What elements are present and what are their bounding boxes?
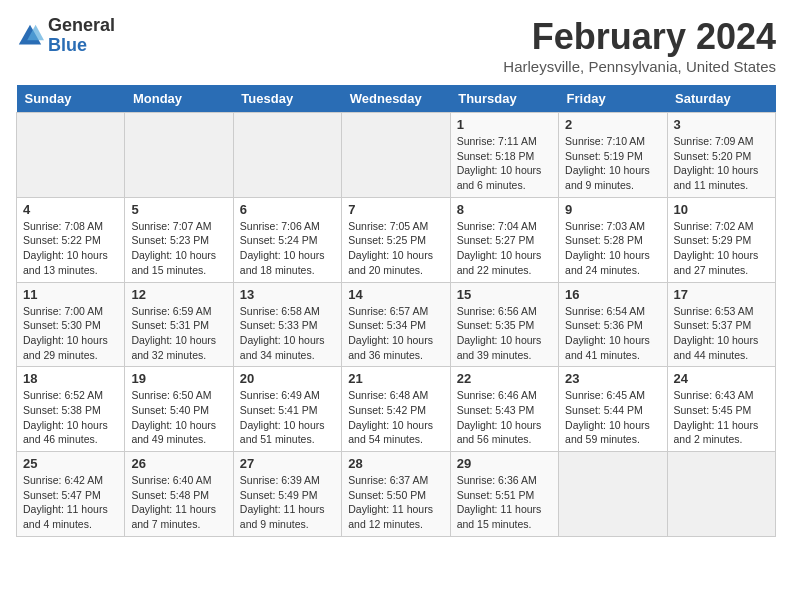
day-details: Sunrise: 6:39 AM Sunset: 5:49 PM Dayligh…	[240, 473, 335, 532]
calendar-cell: 28Sunrise: 6:37 AM Sunset: 5:50 PM Dayli…	[342, 452, 450, 537]
day-number: 9	[565, 202, 660, 217]
day-details: Sunrise: 6:36 AM Sunset: 5:51 PM Dayligh…	[457, 473, 552, 532]
page-header: General Blue February 2024 Harleysville,…	[16, 16, 776, 75]
day-number: 29	[457, 456, 552, 471]
location-text: Harleysville, Pennsylvania, United State…	[503, 58, 776, 75]
day-details: Sunrise: 6:46 AM Sunset: 5:43 PM Dayligh…	[457, 388, 552, 447]
day-number: 12	[131, 287, 226, 302]
day-number: 21	[348, 371, 443, 386]
header-cell-sunday: Sunday	[17, 85, 125, 113]
calendar-cell: 8Sunrise: 7:04 AM Sunset: 5:27 PM Daylig…	[450, 197, 558, 282]
day-number: 3	[674, 117, 769, 132]
calendar-header: SundayMondayTuesdayWednesdayThursdayFrid…	[17, 85, 776, 113]
day-details: Sunrise: 6:45 AM Sunset: 5:44 PM Dayligh…	[565, 388, 660, 447]
day-number: 17	[674, 287, 769, 302]
calendar-cell: 22Sunrise: 6:46 AM Sunset: 5:43 PM Dayli…	[450, 367, 558, 452]
day-details: Sunrise: 6:40 AM Sunset: 5:48 PM Dayligh…	[131, 473, 226, 532]
calendar-cell: 4Sunrise: 7:08 AM Sunset: 5:22 PM Daylig…	[17, 197, 125, 282]
calendar-cell: 21Sunrise: 6:48 AM Sunset: 5:42 PM Dayli…	[342, 367, 450, 452]
calendar-cell: 1Sunrise: 7:11 AM Sunset: 5:18 PM Daylig…	[450, 113, 558, 198]
day-details: Sunrise: 6:49 AM Sunset: 5:41 PM Dayligh…	[240, 388, 335, 447]
calendar-cell: 10Sunrise: 7:02 AM Sunset: 5:29 PM Dayli…	[667, 197, 775, 282]
calendar-cell: 7Sunrise: 7:05 AM Sunset: 5:25 PM Daylig…	[342, 197, 450, 282]
logo-general-text: General	[48, 16, 115, 36]
header-cell-monday: Monday	[125, 85, 233, 113]
calendar-cell: 24Sunrise: 6:43 AM Sunset: 5:45 PM Dayli…	[667, 367, 775, 452]
calendar-cell: 23Sunrise: 6:45 AM Sunset: 5:44 PM Dayli…	[559, 367, 667, 452]
day-details: Sunrise: 7:04 AM Sunset: 5:27 PM Dayligh…	[457, 219, 552, 278]
month-title: February 2024	[503, 16, 776, 58]
day-number: 4	[23, 202, 118, 217]
calendar-cell: 19Sunrise: 6:50 AM Sunset: 5:40 PM Dayli…	[125, 367, 233, 452]
calendar-cell: 9Sunrise: 7:03 AM Sunset: 5:28 PM Daylig…	[559, 197, 667, 282]
day-details: Sunrise: 6:57 AM Sunset: 5:34 PM Dayligh…	[348, 304, 443, 363]
calendar-cell: 18Sunrise: 6:52 AM Sunset: 5:38 PM Dayli…	[17, 367, 125, 452]
header-cell-saturday: Saturday	[667, 85, 775, 113]
day-number: 25	[23, 456, 118, 471]
day-number: 27	[240, 456, 335, 471]
header-cell-tuesday: Tuesday	[233, 85, 341, 113]
calendar-cell: 27Sunrise: 6:39 AM Sunset: 5:49 PM Dayli…	[233, 452, 341, 537]
calendar-cell: 2Sunrise: 7:10 AM Sunset: 5:19 PM Daylig…	[559, 113, 667, 198]
calendar-cell: 6Sunrise: 7:06 AM Sunset: 5:24 PM Daylig…	[233, 197, 341, 282]
day-number: 19	[131, 371, 226, 386]
day-number: 28	[348, 456, 443, 471]
calendar-cell	[125, 113, 233, 198]
day-details: Sunrise: 6:52 AM Sunset: 5:38 PM Dayligh…	[23, 388, 118, 447]
calendar-cell: 25Sunrise: 6:42 AM Sunset: 5:47 PM Dayli…	[17, 452, 125, 537]
calendar-body: 1Sunrise: 7:11 AM Sunset: 5:18 PM Daylig…	[17, 113, 776, 537]
calendar-week-4: 25Sunrise: 6:42 AM Sunset: 5:47 PM Dayli…	[17, 452, 776, 537]
day-details: Sunrise: 7:10 AM Sunset: 5:19 PM Dayligh…	[565, 134, 660, 193]
calendar-cell: 11Sunrise: 7:00 AM Sunset: 5:30 PM Dayli…	[17, 282, 125, 367]
day-number: 2	[565, 117, 660, 132]
day-number: 18	[23, 371, 118, 386]
calendar-cell: 3Sunrise: 7:09 AM Sunset: 5:20 PM Daylig…	[667, 113, 775, 198]
day-number: 7	[348, 202, 443, 217]
calendar-cell	[342, 113, 450, 198]
day-details: Sunrise: 7:07 AM Sunset: 5:23 PM Dayligh…	[131, 219, 226, 278]
header-row: SundayMondayTuesdayWednesdayThursdayFrid…	[17, 85, 776, 113]
calendar-cell	[17, 113, 125, 198]
day-number: 15	[457, 287, 552, 302]
calendar-week-3: 18Sunrise: 6:52 AM Sunset: 5:38 PM Dayli…	[17, 367, 776, 452]
logo-blue-text: Blue	[48, 36, 115, 56]
day-number: 23	[565, 371, 660, 386]
day-details: Sunrise: 6:42 AM Sunset: 5:47 PM Dayligh…	[23, 473, 118, 532]
calendar-cell: 29Sunrise: 6:36 AM Sunset: 5:51 PM Dayli…	[450, 452, 558, 537]
logo-icon	[16, 22, 44, 50]
calendar-cell	[233, 113, 341, 198]
header-cell-thursday: Thursday	[450, 85, 558, 113]
day-details: Sunrise: 7:05 AM Sunset: 5:25 PM Dayligh…	[348, 219, 443, 278]
day-number: 26	[131, 456, 226, 471]
calendar-cell: 17Sunrise: 6:53 AM Sunset: 5:37 PM Dayli…	[667, 282, 775, 367]
day-details: Sunrise: 6:56 AM Sunset: 5:35 PM Dayligh…	[457, 304, 552, 363]
day-number: 8	[457, 202, 552, 217]
day-number: 1	[457, 117, 552, 132]
calendar-week-2: 11Sunrise: 7:00 AM Sunset: 5:30 PM Dayli…	[17, 282, 776, 367]
day-number: 20	[240, 371, 335, 386]
day-number: 16	[565, 287, 660, 302]
calendar-cell: 13Sunrise: 6:58 AM Sunset: 5:33 PM Dayli…	[233, 282, 341, 367]
calendar-table: SundayMondayTuesdayWednesdayThursdayFrid…	[16, 85, 776, 537]
calendar-cell: 15Sunrise: 6:56 AM Sunset: 5:35 PM Dayli…	[450, 282, 558, 367]
title-block: February 2024 Harleysville, Pennsylvania…	[503, 16, 776, 75]
day-details: Sunrise: 7:02 AM Sunset: 5:29 PM Dayligh…	[674, 219, 769, 278]
day-number: 10	[674, 202, 769, 217]
day-details: Sunrise: 6:54 AM Sunset: 5:36 PM Dayligh…	[565, 304, 660, 363]
day-details: Sunrise: 6:59 AM Sunset: 5:31 PM Dayligh…	[131, 304, 226, 363]
day-number: 6	[240, 202, 335, 217]
day-details: Sunrise: 6:43 AM Sunset: 5:45 PM Dayligh…	[674, 388, 769, 447]
day-number: 14	[348, 287, 443, 302]
calendar-week-1: 4Sunrise: 7:08 AM Sunset: 5:22 PM Daylig…	[17, 197, 776, 282]
day-details: Sunrise: 7:11 AM Sunset: 5:18 PM Dayligh…	[457, 134, 552, 193]
day-number: 11	[23, 287, 118, 302]
logo: General Blue	[16, 16, 115, 56]
day-details: Sunrise: 6:50 AM Sunset: 5:40 PM Dayligh…	[131, 388, 226, 447]
calendar-cell: 5Sunrise: 7:07 AM Sunset: 5:23 PM Daylig…	[125, 197, 233, 282]
day-details: Sunrise: 7:03 AM Sunset: 5:28 PM Dayligh…	[565, 219, 660, 278]
day-number: 13	[240, 287, 335, 302]
day-number: 22	[457, 371, 552, 386]
calendar-cell: 16Sunrise: 6:54 AM Sunset: 5:36 PM Dayli…	[559, 282, 667, 367]
day-details: Sunrise: 7:00 AM Sunset: 5:30 PM Dayligh…	[23, 304, 118, 363]
calendar-cell: 20Sunrise: 6:49 AM Sunset: 5:41 PM Dayli…	[233, 367, 341, 452]
